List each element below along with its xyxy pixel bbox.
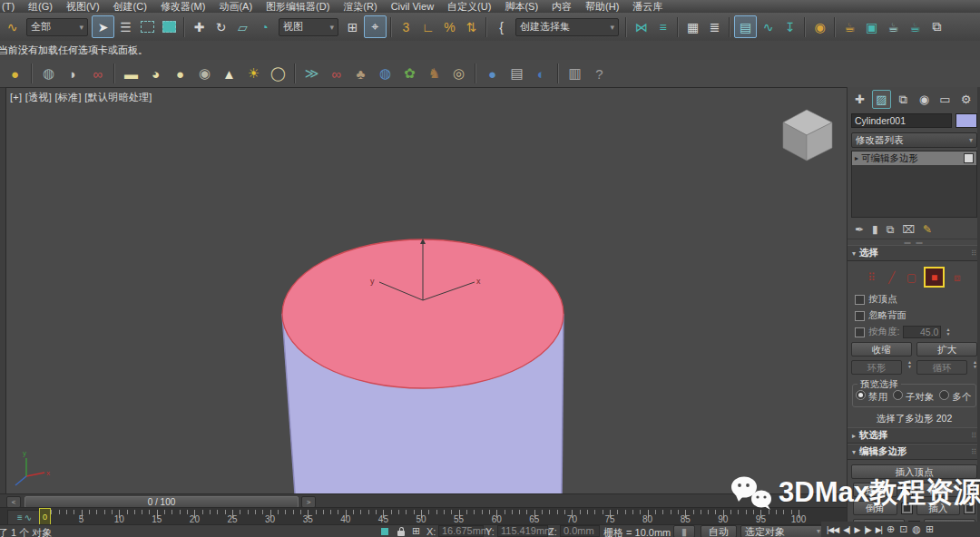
hierarchy-tab[interactable]: ⧉ [895,91,912,108]
grow-button[interactable]: 扩大 [916,342,977,356]
viewport-label[interactable]: [+] [透视] [标准] [默认明暗处理] [10,91,152,104]
schematic-view-icon[interactable]: ↧ [779,16,800,38]
ignore-backfacing-checkbox[interactable]: 忽略背面 [848,308,980,324]
snap-toggle-3d-icon[interactable]: 3 [396,16,416,38]
motion-tab[interactable]: ◉ [916,91,933,108]
select-by-name-icon[interactable]: ☰ [115,16,136,38]
shell-icon[interactable]: ◎ [447,63,470,84]
moon-light-icon[interactable]: ◗ [62,63,84,84]
angle-snap-icon[interactable]: ∟ [417,16,438,38]
window-crossing-icon[interactable] [159,16,180,38]
auto-key-button[interactable]: 自动 [701,525,737,537]
checkbox-icon[interactable] [855,295,865,305]
create-tab[interactable]: ✚ [851,91,868,108]
animal-icon[interactable]: ♞ [423,63,446,84]
sun-light-icon[interactable]: ☀ [242,63,265,84]
select-rotate-icon[interactable]: ↻ [211,16,231,38]
tree-icon[interactable]: ♣ [349,63,372,84]
by-vertex-checkbox[interactable]: 按顶点 [848,291,980,308]
x-coordinate-field[interactable]: 16.675mm [438,525,484,537]
bulb-light-icon[interactable]: ● [4,63,26,84]
visibility-toggle-icon[interactable] [964,153,974,163]
spinner-icon[interactable]: ▲▼ [946,327,950,337]
time-tag-button[interactable]: ▮ [673,525,695,537]
menu-item[interactable]: 潘云库 [632,0,662,13]
play-button[interactable]: ▶ [854,525,859,534]
bevel-settings-icon[interactable] [901,503,913,514]
checkbox-icon[interactable] [855,327,865,337]
element-mode-icon[interactable]: ⧈ [949,269,965,285]
mini-curve-editor-icon[interactable]: ≡∿ [7,510,42,525]
pin-stack-icon[interactable]: ✒ [855,223,864,236]
menu-item[interactable]: 修改器(M) [161,0,206,13]
percent-snap-icon[interactable]: % [439,16,460,38]
notes-icon[interactable]: ▥ [564,63,586,84]
insert-vertex-button[interactable]: 插入顶点 [851,464,977,479]
reference-coordinate-dropdown[interactable]: 视图▾ [279,18,338,36]
rollout-edit-polygons-header[interactable]: ▾ 编辑多边形 ⠿ [848,444,980,460]
outline-settings-icon[interactable] [964,484,975,496]
bevel-button[interactable]: 倒角 [853,501,897,515]
rays-icon[interactable]: ≫ [300,63,323,84]
scene-explorer-icon[interactable]: ▦ [682,16,703,38]
time-slider-handle[interactable]: 0 [39,508,51,526]
modify-tab[interactable]: ▨ [872,90,891,109]
select-manipulate-icon[interactable]: ⌖ [364,15,387,38]
inset-button[interactable]: 插入 [916,501,961,515]
zoom-extents-icon[interactable]: ⊡ [899,523,907,535]
render-iterative-icon[interactable]: ☕ [905,16,926,38]
edge-mode-icon[interactable]: ╱ [884,269,899,285]
isolate-toggle-icon[interactable] [381,528,388,535]
layer-explorer-icon[interactable]: ≣ [704,16,725,38]
expand-arrow-icon[interactable]: ▸ [855,154,858,162]
track-bar[interactable]: ≡∿ 0 51015202530354045505560657075808590… [0,507,847,525]
angle-value-field[interactable]: 45.0 [903,326,941,338]
remove-modifier-icon[interactable]: ⌧ [902,223,915,236]
object-color-swatch[interactable] [956,113,977,128]
menu-item[interactable]: 组(G) [28,0,53,13]
preview-multiple-radio[interactable]: 多个 [939,390,971,404]
render-sphere-icon[interactable]: ◐ [530,63,553,84]
swirl-icon[interactable]: ◍ [374,63,397,84]
sphere-light-icon[interactable]: ● [169,63,191,84]
border-mode-icon[interactable]: ▢ [904,269,919,285]
capsule-icon[interactable]: ∞ [325,63,348,84]
eye-icon[interactable]: ◉ [193,63,216,84]
use-pivot-center-icon[interactable]: ⊞ [342,16,363,38]
shrink-button[interactable]: 收缩 [851,342,912,356]
plane-light-icon[interactable]: ▬ [120,63,142,84]
spinner-icon[interactable]: ▲▼ [907,360,912,375]
previous-frame-button[interactable]: ◀| [843,525,849,534]
z-coordinate-field[interactable]: 0.0mm [560,525,600,537]
menu-item[interactable]: 视图(V) [66,0,100,13]
help-circle-icon[interactable]: ? [588,63,611,84]
select-object-icon[interactable]: ➤ [92,15,114,38]
stereo-glasses-icon[interactable]: ∞ [86,63,109,84]
orbit-icon[interactable]: ◍ [912,523,921,535]
preview-disable-radio[interactable]: 禁用 [856,390,887,404]
selection-filter-dropdown[interactable]: 全部▾ [26,18,88,36]
material-editor-icon[interactable]: ◉ [809,16,830,38]
menu-item[interactable]: 自定义(U) [447,0,491,13]
utilities-tab[interactable]: ⚙ [957,91,975,108]
spinner-snap-icon[interactable]: ⇅ [461,16,482,38]
menu-item[interactable]: 内容 [552,0,572,13]
dome-light-icon[interactable]: ◕ [144,63,167,84]
menu-item[interactable]: 动画(A) [219,0,252,13]
stack-item-editable-poly[interactable]: ▸ 可编辑多边形 [852,151,976,165]
menu-item[interactable]: 图形编辑器(D) [266,0,329,13]
key-filter-dropdown[interactable]: 选定对象 ▾ [740,525,824,537]
cone-light-icon[interactable]: ▲ [218,63,240,84]
named-selection-sets-icon[interactable]: { [491,16,512,38]
mirror-icon[interactable]: ⋈ [631,16,652,38]
checkbox-icon[interactable] [855,311,865,321]
ring-button[interactable]: 环形 [851,360,902,375]
go-to-end-button[interactable]: ▶| [876,525,882,534]
loop-button[interactable]: 循环 [916,360,967,375]
render-setup-icon[interactable]: ☕ [839,16,860,38]
next-frame-button[interactable]: |▶ [864,525,870,534]
zoom-icon[interactable]: ⊕ [887,523,895,535]
rect-selection-region-icon[interactable] [137,16,158,38]
align-icon[interactable]: ≡ [652,16,673,38]
select-place-icon[interactable]: ◔ [254,16,275,38]
